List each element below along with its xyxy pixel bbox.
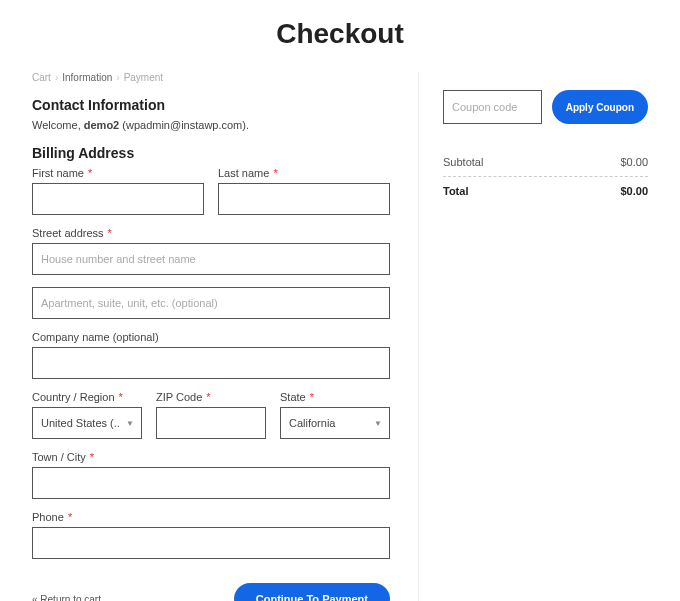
state-select[interactable]: California	[280, 407, 390, 439]
street-label: Street address *	[32, 227, 390, 239]
order-sidebar: Apply Coupon Subtotal $0.00 Total $0.00	[418, 72, 648, 601]
first-name-field[interactable]	[32, 183, 204, 215]
company-label: Company name (optional)	[32, 331, 390, 343]
street1-field[interactable]	[32, 243, 390, 275]
breadcrumb: Cart›Information›Payment	[32, 72, 390, 83]
welcome-suffix: (wpadmin@instawp.com).	[119, 119, 249, 131]
city-field[interactable]	[32, 467, 390, 499]
checkout-form: Cart›Information›Payment Contact Informa…	[32, 72, 390, 601]
total-value: $0.00	[620, 185, 648, 197]
coupon-input[interactable]	[443, 90, 542, 124]
apply-coupon-button[interactable]: Apply Coupon	[552, 90, 648, 124]
phone-label: Phone *	[32, 511, 390, 523]
zip-field[interactable]	[156, 407, 266, 439]
total-label: Total	[443, 185, 468, 197]
crumb-cart[interactable]: Cart	[32, 72, 51, 83]
total-row: Total $0.00	[443, 177, 648, 205]
state-label: State *	[280, 391, 390, 403]
contact-heading: Contact Information	[32, 97, 390, 113]
street2-field[interactable]	[32, 287, 390, 319]
subtotal-label: Subtotal	[443, 156, 483, 168]
return-to-cart-link[interactable]: « Return to cart	[32, 594, 101, 602]
country-label: Country / Region *	[32, 391, 142, 403]
city-label: Town / City *	[32, 451, 390, 463]
phone-field[interactable]	[32, 527, 390, 559]
country-select[interactable]: United States (...	[32, 407, 142, 439]
subtotal-value: $0.00	[620, 156, 648, 168]
welcome-prefix: Welcome,	[32, 119, 84, 131]
zip-label: ZIP Code *	[156, 391, 266, 403]
welcome-name: demo2	[84, 119, 119, 131]
crumb-payment[interactable]: Payment	[124, 72, 163, 83]
welcome-text: Welcome, demo2 (wpadmin@instawp.com).	[32, 119, 390, 131]
billing-heading: Billing Address	[32, 145, 390, 161]
last-name-field[interactable]	[218, 183, 390, 215]
crumb-info[interactable]: Information	[62, 72, 112, 83]
last-name-label: Last name *	[218, 167, 390, 179]
subtotal-row: Subtotal $0.00	[443, 148, 648, 177]
company-field[interactable]	[32, 347, 390, 379]
continue-button[interactable]: Continue To Payment	[234, 583, 390, 601]
page-title: Checkout	[32, 18, 648, 50]
first-name-label: First name *	[32, 167, 204, 179]
